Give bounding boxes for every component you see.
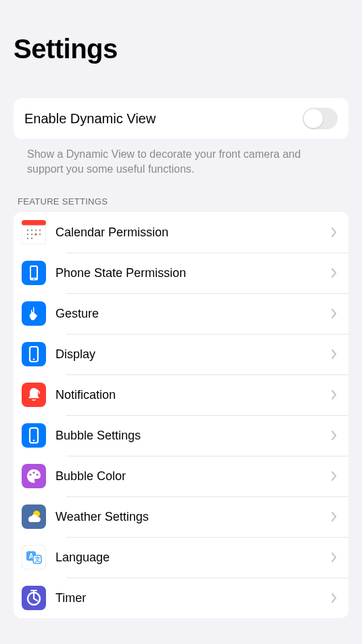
svg-point-24 (33, 439, 35, 441)
svg-point-26 (29, 474, 31, 476)
display-icon (22, 342, 46, 366)
svg-rect-18 (22, 342, 46, 366)
calendar-icon (22, 220, 46, 244)
timer-icon (22, 586, 46, 610)
svg-point-6 (27, 234, 28, 235)
list-item-timer[interactable]: Timer (14, 578, 348, 618)
list-item-weather[interactable]: Weather Settings (14, 496, 348, 537)
list-item-language[interactable]: A 文 Language (14, 537, 348, 578)
list-item-display[interactable]: Display (14, 334, 348, 374)
bubble-icon (22, 423, 46, 448)
list-item-bubble[interactable]: Bubble Settings (14, 415, 348, 456)
chevron-right-icon (331, 592, 338, 604)
toggle-card: Enable Dynamic View (14, 98, 348, 139)
enable-dynamic-view-row: Enable Dynamic View (14, 98, 348, 139)
language-icon: A 文 (22, 545, 46, 570)
list-item-calendar[interactable]: Calendar Permission (14, 212, 348, 253)
enable-dynamic-view-toggle[interactable] (302, 108, 338, 129)
feature-settings-header: FEATURE SETTINGS (0, 183, 362, 212)
svg-point-9 (39, 234, 41, 235)
svg-point-7 (31, 234, 32, 235)
enable-dynamic-view-label: Enable Dynamic View (24, 111, 156, 127)
list-item-gesture[interactable]: Gesture (14, 293, 348, 334)
svg-rect-15 (31, 267, 37, 278)
svg-point-2 (27, 230, 28, 231)
list-item-label: Bubble Color (55, 469, 331, 484)
svg-point-27 (32, 472, 35, 474)
toggle-description: Show a Dynamic View to decorate your fro… (0, 139, 362, 183)
svg-point-16 (33, 278, 35, 280)
svg-point-11 (31, 238, 32, 239)
svg-point-4 (35, 230, 37, 231)
page-title: Settings (0, 0, 362, 78)
svg-rect-22 (22, 423, 46, 448)
chevron-right-icon (331, 226, 338, 238)
chevron-right-icon (331, 551, 338, 563)
list-item-label: Language (55, 551, 331, 565)
toggle-knob (304, 109, 323, 128)
list-item-phone-state[interactable]: Phone State Permission (14, 253, 348, 293)
list-item-label: Weather Settings (55, 510, 331, 524)
list-item-palette[interactable]: Bubble Color (14, 456, 348, 496)
list-item-label: Notification (55, 388, 331, 402)
list-item-label: Phone State Permission (55, 266, 331, 280)
notification-icon (22, 383, 46, 407)
phone-state-icon (22, 261, 46, 285)
chevron-right-icon (331, 470, 338, 482)
list-item-label: Display (55, 347, 331, 362)
list-item-notification[interactable]: Notification (14, 374, 348, 415)
chevron-right-icon (331, 429, 338, 442)
svg-point-3 (31, 230, 32, 231)
chevron-right-icon (331, 348, 338, 360)
svg-point-20 (33, 358, 35, 360)
svg-point-28 (36, 474, 38, 476)
svg-rect-1 (22, 226, 46, 244)
chevron-right-icon (331, 511, 338, 523)
svg-text:文: 文 (34, 556, 41, 563)
svg-rect-0 (22, 220, 46, 226)
svg-point-12 (35, 234, 37, 236)
list-item-label: Calendar Permission (55, 226, 331, 240)
list-item-label: Gesture (55, 307, 331, 321)
chevron-right-icon (331, 307, 338, 320)
svg-point-10 (27, 238, 28, 239)
gesture-icon (22, 301, 46, 326)
palette-icon (22, 464, 46, 488)
feature-list: Calendar Permission Phone State Permissi… (14, 212, 348, 618)
weather-icon (22, 505, 46, 529)
chevron-right-icon (331, 267, 338, 279)
svg-point-5 (39, 230, 41, 231)
list-item-label: Bubble Settings (55, 429, 331, 443)
chevron-right-icon (331, 389, 338, 401)
list-item-label: Timer (55, 591, 331, 605)
